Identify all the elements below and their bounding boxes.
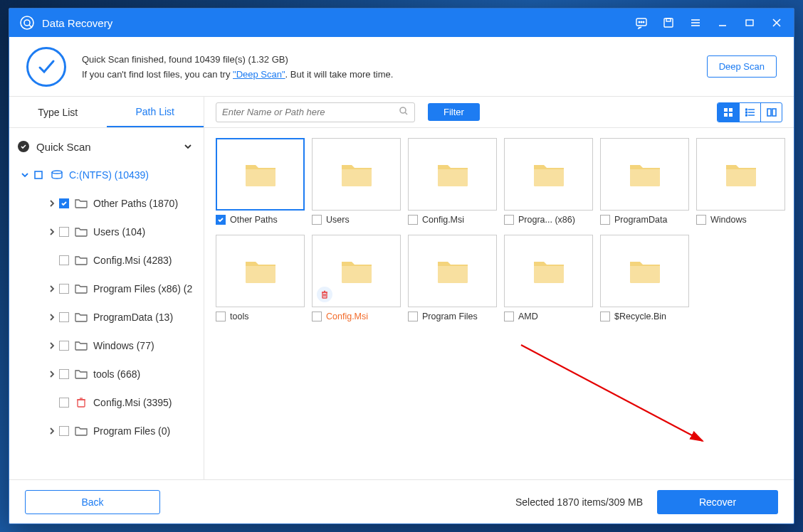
- tree-item[interactable]: Program Files (x86) (2: [9, 275, 204, 303]
- chevron-right-icon[interactable]: [45, 200, 59, 207]
- checkbox[interactable]: [59, 255, 69, 265]
- folder-thumbnail[interactable]: [504, 138, 593, 211]
- checkbox[interactable]: [59, 284, 69, 294]
- folder-icon: [75, 284, 88, 294]
- view-list-button[interactable]: [739, 103, 760, 122]
- checkbox[interactable]: [504, 215, 514, 225]
- tree-item[interactable]: Program Files (0): [9, 417, 204, 445]
- tree-root-quickscan[interactable]: Quick Scan: [9, 132, 204, 161]
- folder-grid[interactable]: Other PathsUsersConfig.MsiProgra... (x86…: [204, 128, 794, 479]
- chevron-right-icon[interactable]: [45, 371, 59, 378]
- main: Type List Path List Quick Scan C:(NTFS) …: [9, 97, 794, 479]
- chevron-right-icon[interactable]: [45, 314, 59, 321]
- tree-item[interactable]: tools (668): [9, 360, 204, 388]
- folder-card[interactable]: AMD: [504, 235, 593, 321]
- checkbox[interactable]: [59, 312, 69, 322]
- tree-item-label: tools (668): [93, 368, 140, 380]
- search-icon[interactable]: [399, 106, 409, 119]
- folder-thumbnail[interactable]: [216, 235, 305, 307]
- folder-card[interactable]: ProgramData: [600, 138, 689, 225]
- checkbox[interactable]: [600, 312, 610, 321]
- svg-rect-34: [772, 109, 776, 116]
- path-tree[interactable]: Quick Scan C:(NTFS) (10439) Other Paths …: [9, 128, 204, 479]
- folder-thumbnail[interactable]: [600, 138, 689, 211]
- search-input[interactable]: [222, 107, 399, 117]
- folder-card[interactable]: Program Files: [408, 235, 497, 321]
- tree-drive-c[interactable]: C:(NTFS) (10439): [9, 161, 204, 189]
- checkmark-icon: [26, 47, 66, 87]
- folder-card[interactable]: Config.Msi: [408, 138, 497, 225]
- folder-thumbnail[interactable]: [408, 138, 497, 211]
- checkbox[interactable]: [59, 227, 69, 237]
- chevron-right-icon[interactable]: [45, 228, 59, 235]
- menu-icon[interactable]: [688, 16, 703, 30]
- tab-type-list[interactable]: Type List: [9, 97, 107, 127]
- maximize-button[interactable]: [742, 16, 757, 30]
- chevron-down-icon[interactable]: [18, 171, 32, 179]
- card-label: Config.Msi: [422, 215, 497, 225]
- feedback-icon[interactable]: [634, 16, 649, 30]
- chevron-right-icon[interactable]: [45, 285, 59, 292]
- minimize-button[interactable]: [715, 16, 730, 30]
- folder-thumbnail[interactable]: [408, 235, 497, 307]
- card-footer: Progra... (x86): [504, 215, 593, 225]
- folder-thumbnail[interactable]: [312, 235, 401, 307]
- save-icon[interactable]: [661, 16, 676, 30]
- checkbox[interactable]: [408, 215, 418, 225]
- search-box[interactable]: [216, 102, 415, 122]
- checkbox[interactable]: [312, 312, 322, 321]
- filter-button[interactable]: Filter: [428, 103, 480, 121]
- folder-card[interactable]: Progra... (x86): [504, 138, 593, 225]
- checkbox[interactable]: [600, 215, 610, 225]
- chevron-right-icon[interactable]: [45, 342, 59, 349]
- checkbox[interactable]: [59, 426, 69, 436]
- tab-path-list[interactable]: Path List: [107, 97, 204, 127]
- folder-card[interactable]: $Recycle.Bin: [600, 235, 689, 321]
- card-footer: ProgramData: [600, 215, 689, 225]
- tree-item[interactable]: Other Paths (1870): [9, 189, 204, 218]
- checkbox[interactable]: [216, 312, 226, 321]
- svg-point-6: [643, 21, 644, 23]
- checkbox[interactable]: [696, 215, 706, 225]
- folder-thumbnail[interactable]: [216, 138, 305, 211]
- recover-button[interactable]: Recover: [657, 490, 778, 514]
- back-button[interactable]: Back: [25, 490, 160, 514]
- checkbox[interactable]: [408, 312, 418, 321]
- tree-item[interactable]: ProgramData (13): [9, 303, 204, 331]
- tree-item[interactable]: Config.Msi (4283): [9, 246, 204, 275]
- folder-card[interactable]: Users: [312, 138, 401, 225]
- folder-thumbnail[interactable]: [600, 235, 689, 307]
- chevron-down-icon[interactable]: [181, 142, 195, 151]
- folder-card[interactable]: Windows: [696, 138, 785, 225]
- toolbar: Filter: [204, 97, 794, 128]
- folder-card[interactable]: Config.Msi: [312, 235, 401, 321]
- folder-icon: [75, 369, 88, 379]
- folder-thumbnail[interactable]: [504, 235, 593, 307]
- checkbox[interactable]: [216, 215, 226, 225]
- view-grid-button[interactable]: [718, 103, 739, 122]
- checkbox[interactable]: [59, 341, 69, 351]
- checkbox[interactable]: [59, 198, 69, 208]
- tree-item[interactable]: Windows (77): [9, 331, 204, 360]
- deep-scan-link[interactable]: "Deep Scan": [233, 69, 285, 80]
- deep-scan-button[interactable]: Deep Scan: [707, 55, 777, 78]
- folder-card[interactable]: tools: [216, 235, 305, 321]
- card-footer: Users: [312, 215, 401, 225]
- close-button[interactable]: [770, 16, 784, 30]
- footer: Back Selected 1870 items/309 MB Recover: [9, 479, 794, 523]
- checkbox[interactable]: [312, 215, 322, 225]
- stop-icon: [32, 170, 45, 180]
- checkbox[interactable]: [59, 398, 69, 408]
- folder-card[interactable]: Other Paths: [216, 138, 305, 225]
- tree-item[interactable]: Users (104): [9, 218, 204, 246]
- checkbox[interactable]: [504, 312, 514, 321]
- folder-thumbnail[interactable]: [696, 138, 785, 211]
- folder-thumbnail[interactable]: [312, 138, 401, 211]
- svg-rect-24: [729, 108, 733, 112]
- checkbox[interactable]: [59, 369, 69, 379]
- summary-line-2: If you can't find lost files, you can tr…: [82, 69, 691, 80]
- chevron-right-icon[interactable]: [45, 427, 59, 435]
- view-toggle-group: [717, 102, 782, 122]
- tree-item[interactable]: Config.Msi (3395): [9, 388, 204, 417]
- view-preview-button[interactable]: [760, 103, 782, 122]
